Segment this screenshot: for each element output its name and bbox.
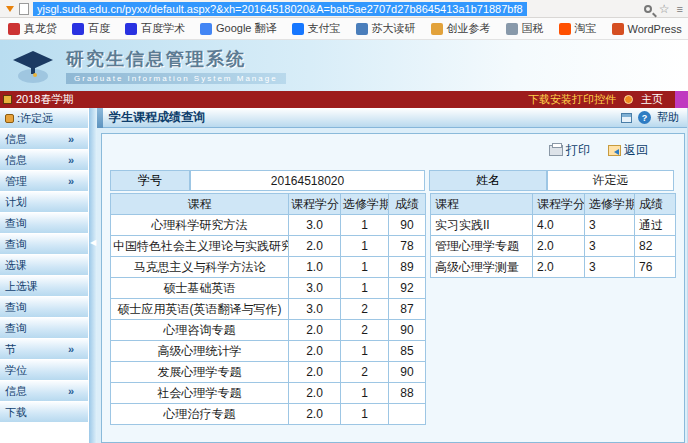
sidebar-item[interactable]: 查询 — [0, 234, 88, 255]
bookmark-label: 淘宝 — [575, 21, 597, 36]
bookmark-item[interactable]: 真龙贷 — [8, 21, 57, 36]
bookmark-favicon-icon — [8, 23, 20, 35]
sidebar-item[interactable]: 查询 — [0, 318, 88, 339]
sidebar-item[interactable]: 上选课 — [0, 276, 88, 297]
bookmark-label: 国税 — [522, 21, 544, 36]
table-cell: 中国特色社会主义理论与实践研究 — [111, 236, 289, 257]
table-cell: 3 — [585, 257, 635, 278]
chevron-right-icon: » — [68, 175, 74, 187]
table-cell: 90 — [389, 215, 426, 236]
main-body: 打印 返回 学号 20164518020 姓名 许定远 — [97, 128, 687, 443]
student-id-value: 20164518020 — [190, 170, 425, 191]
bookmark-favicon-icon — [506, 23, 518, 35]
table-cell: 90 — [389, 362, 426, 383]
bookmark-label: WordPress — [628, 23, 682, 35]
bookmark-label: 百度学术 — [141, 21, 185, 36]
chevron-right-icon: » — [68, 343, 74, 355]
address-bar[interactable]: yjsgl.suda.edu.cn/pyxx/default.aspx?&xh=… — [0, 0, 688, 18]
table-cell: 2.0 — [289, 362, 341, 383]
table-row: 管理心理学专题2.0382 — [431, 236, 676, 257]
star-icon[interactable]: ☆ — [659, 3, 670, 15]
table-row: 发展心理学专题2.0290 — [111, 362, 426, 383]
toolbar: 打印 返回 — [110, 138, 676, 162]
score-grid: 学号 20164518020 姓名 许定远 课程课程学分选修学期成绩 心理科学研… — [110, 170, 676, 425]
help-link[interactable]: 帮助 — [657, 110, 679, 125]
help-icon[interactable]: ? — [638, 111, 651, 124]
table-cell: 1.0 — [289, 257, 341, 278]
sidebar-item[interactable]: 选课 — [0, 255, 88, 276]
site-banner: 研究生信息管理系统 Graduate Information System Ma… — [0, 40, 688, 91]
sidebar-item[interactable]: 节» — [0, 339, 88, 360]
address-url[interactable]: yjsgl.suda.edu.cn/pyxx/default.aspx?&xh=… — [33, 2, 527, 16]
bookmark-favicon-icon — [559, 23, 571, 35]
sidebar-item[interactable]: 计划 — [0, 192, 88, 213]
sidebar-item[interactable]: 信息» — [0, 150, 88, 171]
bookmark-item[interactable]: 百度 — [72, 21, 110, 36]
sidebar-item[interactable]: 信息» — [0, 129, 88, 150]
semester-label: 2018春学期 — [16, 92, 73, 107]
home-link[interactable]: 主页 — [641, 92, 663, 107]
sidebar-item-label: 信息 — [5, 132, 27, 147]
page-favicon-icon — [19, 3, 29, 15]
main-area: 学生课程成绩查询 ? 帮助 打印 返回 — [97, 108, 688, 443]
sidebar-item[interactable]: 管理» — [0, 171, 88, 192]
bookmark-item[interactable]: 苏大读研 — [356, 21, 416, 36]
bookmark-label: 支付宝 — [308, 21, 341, 36]
bookmark-item[interactable]: 淘宝 — [559, 21, 597, 36]
chevron-right-icon: » — [68, 133, 74, 145]
window-icon[interactable] — [621, 113, 632, 123]
table-cell: 心理科学研究方法 — [111, 215, 289, 236]
table-cell: 2 — [341, 299, 389, 320]
return-icon — [608, 145, 621, 156]
table-cell: 管理心理学专题 — [431, 236, 533, 257]
table-cell: 1 — [341, 257, 389, 278]
table-cell: 发展心理学专题 — [111, 362, 289, 383]
sidebar-item[interactable]: 学位 — [0, 360, 88, 381]
search-icon[interactable] — [644, 5, 652, 13]
download-icon[interactable] — [6, 6, 14, 16]
bookmark-item[interactable]: WordPress — [612, 23, 682, 35]
table-cell: 1 — [341, 278, 389, 299]
table-row: 心理咨询专题2.0290 — [111, 320, 426, 341]
bookmark-item[interactable]: Google 翻译 — [200, 21, 277, 36]
column-header: 选修学期 — [585, 194, 635, 215]
table-cell — [389, 404, 426, 425]
bookmark-item[interactable]: 创业参考 — [431, 21, 491, 36]
semester-bar: 2018春学期 下载安装打印控件 主页 — [0, 91, 688, 108]
student-name-label: 姓名 — [429, 170, 547, 191]
site-subtitle: Graduate Information System Manage — [66, 73, 286, 84]
sidebar-item[interactable]: 下载 — [0, 402, 88, 423]
table-cell: 2.0 — [289, 236, 341, 257]
download-plugin-link[interactable]: 下载安装打印控件 — [528, 92, 616, 107]
sidebar-collapse-strip[interactable]: ◀ — [88, 108, 97, 443]
sidebar-item-label: 管理 — [5, 174, 27, 189]
results-panel: 打印 返回 学号 20164518020 姓名 许定远 — [101, 133, 685, 443]
table-cell: 1 — [341, 236, 389, 257]
sidebar-item[interactable]: 信息» — [0, 381, 88, 402]
sidebar-item[interactable]: 查询 — [0, 213, 88, 234]
bookmark-favicon-icon — [72, 23, 84, 35]
table-cell: 88 — [389, 383, 426, 404]
bookmark-item[interactable]: 国税 — [506, 21, 544, 36]
titlebar-cap — [97, 108, 103, 128]
sidebar-item-label: 学位 — [5, 363, 27, 378]
bookmark-favicon-icon — [200, 23, 212, 35]
bookmark-item[interactable]: 支付宝 — [292, 21, 341, 36]
menu-icon[interactable]: ≡ — [677, 3, 684, 15]
table-cell: 1 — [341, 404, 389, 425]
column-header: 选修学期 — [341, 194, 389, 215]
back-button[interactable]: 返回 — [608, 142, 648, 159]
bookmark-item[interactable]: 百度学术 — [125, 21, 185, 36]
sidebar-item-label: 下载 — [5, 405, 27, 420]
table-cell: 2.0 — [289, 341, 341, 362]
semester-icon — [3, 95, 12, 104]
sidebar-user-item[interactable]: :许定远 — [0, 108, 88, 129]
course-score-table-right: 课程课程学分选修学期成绩 实习实践II4.03通过管理心理学专题2.0382高级… — [430, 193, 676, 278]
table-row: 中国特色社会主义理论与实践研究2.0178 — [111, 236, 426, 257]
chevron-right-icon: » — [68, 154, 74, 166]
sidebar-item-label: 查询 — [5, 321, 27, 336]
bookmark-label: 百度 — [88, 21, 110, 36]
sidebar-item[interactable]: 查询 — [0, 297, 88, 318]
column-header: 课程 — [431, 194, 533, 215]
print-button[interactable]: 打印 — [549, 142, 590, 159]
